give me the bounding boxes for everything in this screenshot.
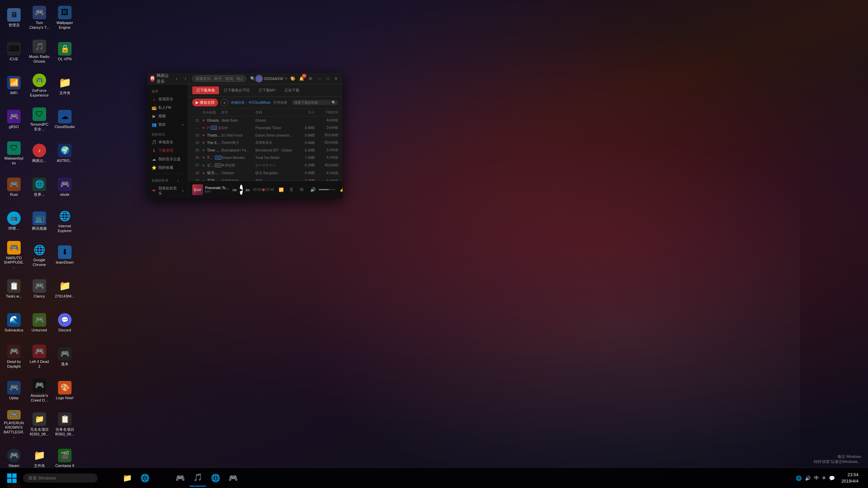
desktop-icon-wallpaper-engine[interactable]: 🖼 Wallpaper Engine bbox=[53, 2, 77, 34]
start-button[interactable] bbox=[3, 470, 20, 487]
nav-back-button[interactable]: ‹ bbox=[173, 75, 180, 82]
table-row[interactable]: 08 ♥ 斩月-Sai-getsu- Otokaze 斩月-Sai-getsu-… bbox=[188, 169, 342, 177]
desktop-icon-folder[interactable]: 📁 文件夹 bbox=[53, 69, 77, 102]
tab-downloaded-mv[interactable]: 已下载MV bbox=[255, 86, 280, 94]
desktop-icon-teamdown[interactable]: ⬇ teamDown bbox=[53, 239, 77, 271]
desktop-icon-geforce[interactable]: 🎮 GeForce Experience bbox=[27, 69, 52, 102]
desktop-icon-google-chrome[interactable]: 🌐 Google Chrome bbox=[27, 239, 52, 271]
heart-icon[interactable]: ♥ bbox=[202, 163, 205, 167]
table-row[interactable]: ♪ ♥ Pneumatic Tokyo SQ 🗑 EnV Pneumatic T… bbox=[188, 124, 342, 131]
tab-downloaded-episodes[interactable]: 已下载电台节目 bbox=[220, 86, 254, 94]
table-row[interactable]: 04 ♥ The End Of The Summer(Pneumatic... … bbox=[188, 139, 342, 146]
desktop-icon-malwarebytes[interactable]: 🛡 Malwarebytes bbox=[2, 137, 26, 169]
desktop-icon-assassin[interactable]: 🎮 Assassin's Creed O... bbox=[27, 374, 52, 407]
play-all-button[interactable]: ▶ 播放全部 bbox=[192, 99, 218, 106]
desktop-icon-administrator[interactable]: 🖥 管理员 bbox=[2, 2, 26, 34]
desktop-icon-tom-clancy[interactable]: 🎮 Tom Clancy's T... bbox=[27, 2, 52, 34]
taskbar-item-music-player[interactable]: 🎵 bbox=[189, 470, 206, 487]
taskbar-item-edge[interactable]: 🌐 bbox=[136, 470, 153, 487]
next-button[interactable]: ⏭ bbox=[245, 185, 250, 194]
desktop-icon-naruto[interactable]: 🎮 NARUTO SHIPPUDE... bbox=[2, 239, 26, 271]
window-search-input[interactable] bbox=[192, 75, 246, 82]
sidebar-item-local-music[interactable]: 🎵 本地音乐 bbox=[147, 138, 188, 146]
heart-icon[interactable]: ♥ bbox=[202, 126, 205, 130]
sidebar-item-discover[interactable]: ♪ 发现音乐 bbox=[147, 95, 188, 103]
desktop-icon-tasks2[interactable]: 📋 任务名项目 时间0_08... bbox=[53, 408, 77, 441]
song-search-box[interactable]: 🔍 bbox=[292, 100, 338, 105]
tab-downloading[interactable]: 正在下载 bbox=[280, 86, 303, 94]
desktop-icon-ebobi[interactable]: 🎮 ebobi bbox=[53, 171, 77, 203]
playlist-button[interactable]: ☰ bbox=[287, 185, 296, 194]
desktop-icon-internet-explorer[interactable]: 🌐 Internet Explorer bbox=[53, 205, 77, 237]
desktop-icon-shijie[interactable]: 🌐 世界... bbox=[27, 171, 52, 203]
tray-icon-network[interactable]: 🌐 bbox=[795, 474, 803, 482]
tab-downloaded-songs[interactable]: 已下载单曲 bbox=[192, 86, 219, 94]
desktop-icon-tasks[interactable]: 📋 Tasks w... bbox=[2, 273, 26, 305]
heart-icon[interactable]: ♥ bbox=[202, 156, 205, 160]
desktop-icon-discord[interactable]: 💬 Discord bbox=[53, 307, 77, 339]
desktop-icon-logo-now[interactable]: 🎨 Logo Now! bbox=[53, 374, 77, 407]
desktop-icon-dead-daylight[interactable]: 🎮 Dead by Daylight bbox=[2, 341, 26, 373]
taskbar-item-gaming-icon[interactable]: 🎮 bbox=[172, 470, 189, 487]
table-row[interactable]: 01 ♥ Ghosts Malik Bash Ghosts 4分钟前 bbox=[188, 117, 342, 124]
nav-forward-button[interactable]: › bbox=[182, 75, 189, 82]
desktop-icon-pubg[interactable]: 🎮 PLAYERUNKNOWN'S BATTLEGR... bbox=[2, 408, 26, 441]
desktop-icon-wuming[interactable]: 📁 无名名项目 时间0_08... bbox=[27, 408, 52, 441]
heart-icon[interactable]: ♥ bbox=[202, 133, 205, 137]
desktop-icon-music-radio[interactable]: 🎵 Music Radio Ghosts bbox=[27, 36, 52, 68]
desktop-icon-uplay[interactable]: 🎮 Uplay bbox=[2, 374, 26, 407]
heart-icon[interactable]: ♥ bbox=[202, 118, 205, 122]
sidebar-item-cloud[interactable]: ☁ 我的音乐云盘 bbox=[147, 155, 188, 163]
minimize-button[interactable]: ─ bbox=[316, 75, 323, 82]
volume-icon[interactable]: 🔊 bbox=[309, 185, 317, 194]
lyrics-button[interactable]: 词 bbox=[297, 185, 306, 194]
open-directory-link[interactable]: 打开目录 bbox=[274, 101, 287, 104]
desktop-icon-icue[interactable]: ⌨ iCUE bbox=[2, 36, 26, 68]
desktop-icon-astro[interactable]: 🌍 ASTRO... bbox=[53, 137, 77, 169]
sidebar-item-draft[interactable]: 🎵 稿稿 bbox=[147, 198, 188, 198]
delete-icon[interactable]: 🗑 bbox=[218, 126, 221, 130]
play-pause-button[interactable]: ▶ bbox=[240, 185, 243, 195]
song-search-input[interactable] bbox=[294, 101, 332, 104]
desktop-icon-music163[interactable]: ♪ 网易云... bbox=[27, 137, 52, 169]
taskbar-item-steam[interactable]: 🎮 bbox=[224, 470, 241, 487]
user-menu[interactable]: 👤 DDDAASW ▼ bbox=[255, 75, 288, 82]
desktop-icon-vpn[interactable]: 🔒 OL·VPN bbox=[53, 36, 77, 68]
sidebar-item-collect[interactable]: ⭐ 我的收藏 bbox=[147, 163, 188, 172]
desktop-icon-unturned[interactable]: 🎮 Unturned bbox=[27, 307, 52, 339]
heart-icon[interactable]: ♥ bbox=[202, 148, 205, 152]
table-row[interactable]: 06 ♥ Treat You Better SQ Shawn Mendes Tr… bbox=[188, 154, 342, 161]
desktop-icon-276143[interactable]: 📁 27614384... bbox=[53, 273, 77, 305]
skinchange-button[interactable]: 🎨 bbox=[289, 75, 296, 82]
desktop-icon-zhuang[interactable]: 🎮 逃杀 bbox=[53, 341, 77, 373]
desktop-icon-clancy[interactable]: 🎮 Clancy bbox=[27, 273, 52, 305]
maximize-button[interactable]: □ bbox=[324, 75, 332, 82]
tray-icon-volume[interactable]: 🔊 bbox=[804, 474, 812, 482]
desktop-icon-gbso[interactable]: 🎮 gBSO bbox=[2, 103, 26, 136]
settings-button[interactable]: ⚙ bbox=[307, 75, 314, 82]
taskbar-item-browser[interactable]: 🌐 bbox=[207, 470, 224, 487]
close-button[interactable]: ✕ bbox=[332, 75, 340, 82]
desktop-icon-rust[interactable]: 🎮 Rust bbox=[2, 171, 26, 203]
sidebar-item-friends[interactable]: 👥 朋友 ● bbox=[147, 120, 188, 129]
desktop-icon-qqtube[interactable]: 📺 腾讯视频 bbox=[27, 205, 52, 237]
sidebar-item-download[interactable]: ⬇ 下载管理 bbox=[147, 146, 188, 155]
sidebar-item-liked-music[interactable]: ❤ 我喜欢的音乐 ● bbox=[147, 184, 188, 198]
desktop-icon-tencent-pc[interactable]: 🛡 TencentPC安全... bbox=[27, 103, 52, 136]
desktop-icon-left4dead[interactable]: 🎮 Left 4 Dead 2 bbox=[27, 341, 52, 373]
tray-icon-settings[interactable]: ⚙ bbox=[821, 475, 827, 481]
taskbar-search-input[interactable] bbox=[23, 473, 98, 483]
heart-icon[interactable]: ♥ bbox=[202, 141, 205, 145]
heart-icon[interactable]: ♥ bbox=[202, 171, 205, 175]
desktop-icon-cloud-studio[interactable]: ☁ CloudStudio bbox=[53, 103, 77, 136]
desktop-icon-bilibili[interactable]: 📺 哔哩... bbox=[2, 205, 26, 237]
tray-icon-notification[interactable]: 💬 bbox=[828, 474, 836, 482]
add-to-playlist-button[interactable]: + bbox=[221, 99, 228, 106]
desktop-icon-wifi[interactable]: 📶 WiFi bbox=[2, 69, 26, 102]
tray-icon-input[interactable]: 中 bbox=[813, 474, 820, 482]
window-logo[interactable]: 网 网易云音乐 bbox=[150, 73, 170, 84]
desktop-icon-subnautica[interactable]: 🌊 Subnautica bbox=[2, 307, 26, 339]
table-row[interactable]: 03 ♥ Thattsuki Royan - Animal Katana (Li… bbox=[188, 131, 342, 139]
storage-path-link[interactable]: H:\CloudMusic bbox=[249, 101, 271, 104]
taskbar-item-file-explorer[interactable]: 📁 bbox=[119, 470, 136, 487]
